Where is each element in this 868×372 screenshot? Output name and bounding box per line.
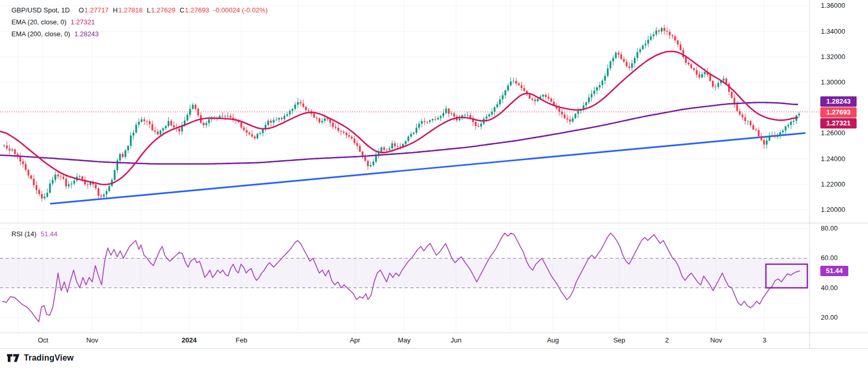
chart-window: GBP/USD Spot, 1DO1.27717H1.27818L1.27629… [0,0,868,372]
time-tick-label: Sep [613,336,625,345]
ema20-label[interactable]: EMA (20, close, 0) [11,18,66,26]
price-tick-label: 1.36000 [821,2,845,10]
rsi-badge: 51.44 [820,266,848,276]
tradingview-logo-icon [6,352,20,364]
price-tick-label: 1.22000 [821,180,845,189]
time-tick-label: Nov [710,336,722,345]
tradingview-brand[interactable]: TradingView [6,352,74,364]
price-tick-label: 1.32000 [821,53,845,61]
price-tick-label: 1.26000 [821,129,845,137]
time-tick-label: 2 [665,336,668,345]
time-tick-label: Nov [86,336,98,345]
ema20-value: 1.27321 [70,18,95,26]
close-label: C [179,6,184,14]
low-value: 1.27629 [151,6,175,14]
rsi-label[interactable]: RSI (14) [11,230,36,238]
price-tick-label: 1.24000 [821,155,845,163]
rsi-tick-label: 20.00 [821,313,838,322]
rsi-value: 51.44 [40,230,58,238]
price-badge: 1.28243 [820,96,857,107]
time-tick-label: 2024 [182,336,197,345]
price-tick-label: 1.30000 [821,78,845,87]
rsi-tick-label: 40.00 [821,284,838,292]
chart-canvas[interactable] [0,0,868,372]
low-label: L [147,6,150,14]
rsi-band-fill [0,258,808,288]
time-tick-label: Aug [547,336,559,345]
ema20-line [0,51,798,184]
price-tick-label: 1.20000 [821,206,845,214]
time-tick-label: Jun [451,336,462,345]
open-value: 1.27717 [84,6,109,14]
ema200-legend-row: EMA (200, close, 0)1.28243 [11,30,268,39]
symbol-legend-row: GBP/USD Spot, 1DO1.27717H1.27818L1.27629… [11,6,268,15]
time-tick-label: Feb [236,336,247,345]
rsi-legend: RSI (14)51.44 [11,230,58,238]
ema20-legend-row: EMA (20, close, 0)1.27321 [11,18,268,27]
candlestick-series [3,25,800,202]
time-tick-label: May [398,336,411,345]
time-tick-label: Oct [38,336,48,345]
symbol-title[interactable]: GBP/USD Spot, 1D [11,6,70,14]
close-value: 1.27693 [185,6,209,14]
tradingview-brand-text: TradingView [24,353,74,363]
ema200-value: 1.28243 [74,30,98,38]
high-value: 1.27818 [118,6,143,14]
price-tick-label: 1.34000 [821,27,845,36]
price-badge: 1.27321 [820,118,857,128]
trendline [51,133,805,204]
chart-legend: GBP/USD Spot, 1DO1.27717H1.27818L1.27629… [11,6,268,42]
time-tick-label: Apr [350,336,360,345]
open-label: O [79,6,84,14]
rsi-tick-label: 60.00 [821,254,838,262]
price-badge: 1.27693 [820,107,857,118]
time-tick-label: 3 [762,336,766,345]
change-value: -0.00024 (-0.02%) [214,6,268,14]
ema200-label[interactable]: EMA (200, close, 0) [11,30,70,38]
rsi-tick-label: 80.00 [821,224,838,233]
high-label: H [113,6,118,14]
